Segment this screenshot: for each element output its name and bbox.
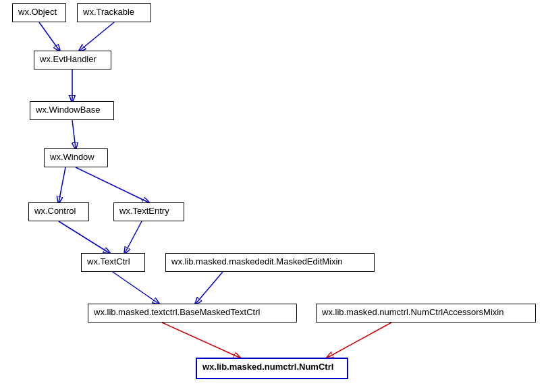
node-trackable: wx.Trackable <box>77 3 151 22</box>
svg-line-8 <box>113 272 159 304</box>
node-evthandler: wx.EvtHandler <box>34 51 111 69</box>
node-maskededitmixin: wx.lib.masked.maskededit.MaskedEditMixin <box>165 253 375 272</box>
svg-line-1 <box>80 22 114 51</box>
node-windowbase: wx.WindowBase <box>30 101 114 120</box>
svg-line-11 <box>327 323 391 358</box>
node-window: wx.Window <box>44 148 108 167</box>
svg-line-9 <box>196 272 223 304</box>
node-numctrlaccessorsmixin: wx.lib.masked.numctrl.NumCtrlAccessorsMi… <box>316 304 536 323</box>
node-control: wx.Control <box>28 202 89 221</box>
node-numctrl: wx.lib.masked.numctrl.NumCtrl <box>196 358 348 379</box>
svg-line-4 <box>59 167 65 202</box>
svg-line-5 <box>76 167 148 202</box>
svg-line-0 <box>39 22 59 51</box>
svg-line-3 <box>72 120 76 148</box>
node-textentry: wx.TextEntry <box>113 202 184 221</box>
svg-line-10 <box>162 323 240 358</box>
svg-line-6 <box>59 221 109 253</box>
node-basemaskdtextctrl: wx.lib.masked.textctrl.BaseMaskedTextCtr… <box>88 304 297 323</box>
diagram-container: wx.Objectwx.Trackablewx.EvtHandlerwx.Win… <box>0 0 546 392</box>
svg-line-7 <box>125 221 142 253</box>
node-object: wx.Object <box>12 3 66 22</box>
node-textctrl: wx.TextCtrl <box>81 253 145 272</box>
